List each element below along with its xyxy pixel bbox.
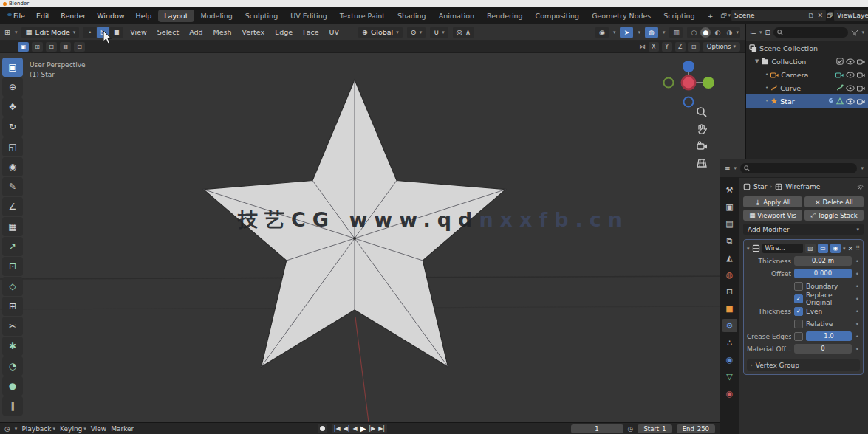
shading-chevron-icon[interactable]: ▾ — [736, 30, 739, 35]
tool-scale[interactable]: ◱ — [2, 137, 23, 156]
menu-face[interactable]: Face — [300, 28, 321, 36]
breadcrumb-modifier[interactable]: Wireframe — [785, 183, 820, 190]
even-checkbox[interactable]: ✓ — [794, 307, 803, 316]
outliner-row-curve[interactable]: • Curve — [746, 81, 868, 94]
tool-edge-slide[interactable]: ∥ — [2, 396, 23, 416]
menu-edit[interactable]: Edit — [31, 10, 55, 21]
workspace-tab-scripting[interactable]: Scripting — [657, 10, 700, 22]
play-button[interactable]: ▶ — [360, 424, 366, 433]
boundary-checkbox[interactable] — [794, 282, 803, 291]
viewport-vis-button[interactable]: ▦ Viewport Vis — [743, 210, 802, 221]
shading-wireframe-button[interactable]: ○ — [688, 27, 699, 38]
tab-view-layer[interactable]: ⧉ — [722, 234, 737, 247]
camera-view-icon[interactable] — [696, 140, 708, 152]
view-layer-selector[interactable]: ViewLayer 🗋 — [834, 10, 868, 21]
crease-edges-checkbox[interactable] — [794, 332, 803, 341]
hide-eye-icon[interactable] — [846, 58, 855, 65]
display-realtime-button[interactable]: ▭ — [818, 244, 828, 253]
workspace-tab-compositing[interactable]: Compositing — [530, 10, 586, 22]
menu-mesh[interactable]: Mesh — [211, 28, 235, 36]
apply-all-button[interactable]: ⭳ Apply All — [743, 196, 802, 207]
frame-end-field[interactable]: End 250 — [677, 424, 715, 433]
tab-data[interactable]: ▽ — [722, 370, 737, 383]
workspace-tab-geometry-nodes[interactable]: Geometry Nodes — [586, 10, 657, 22]
outliner-display-mode-icon[interactable]: ⊡ — [765, 29, 771, 36]
tool-poly-build[interactable]: ✱ — [2, 337, 23, 356]
animate-dot-icon[interactable]: • — [855, 270, 860, 278]
mirror-x-button[interactable]: X — [649, 42, 659, 52]
properties-search-input[interactable] — [740, 163, 857, 173]
jump-to-end-button[interactable]: ▶| — [378, 425, 385, 432]
tool-transform[interactable]: ◉ — [2, 157, 23, 176]
modifier-drag-handle-icon[interactable]: ⠿ — [855, 245, 860, 252]
visibility-chevron-icon[interactable]: ▾ — [613, 30, 616, 35]
outliner-row-collection[interactable]: ▼ Collection — [746, 55, 868, 68]
modifier-close-icon[interactable]: ✕ — [848, 245, 854, 252]
shading-solid-button[interactable]: ● — [700, 27, 711, 38]
vertex-group-section[interactable]: › Vertex Group — [747, 359, 860, 371]
select-subtract-button[interactable]: ⊟ — [46, 42, 57, 52]
workspace-tab-shading[interactable]: Shading — [392, 10, 432, 22]
workspace-tab-animation[interactable]: Animation — [433, 10, 480, 22]
expand-triangle-icon[interactable]: ▼ — [755, 58, 759, 64]
render-camera-icon[interactable] — [857, 98, 865, 105]
preview-range-icon[interactable]: ◷ — [628, 425, 634, 433]
animate-dot-icon[interactable]: • — [855, 333, 860, 340]
offset-field[interactable]: 0.000 — [794, 269, 852, 278]
animate-dot-icon[interactable]: • — [855, 345, 860, 353]
tool-rotate[interactable]: ↻ — [2, 117, 23, 137]
viewport-3d[interactable]: 技艺CG www.qdnxxfb.cn User Perspective (1)… — [0, 53, 745, 422]
show-gizmo-button[interactable]: ➤ — [620, 27, 633, 38]
scene-chevron-icon[interactable]: ▾ — [728, 13, 731, 18]
menu-keying[interactable]: Keying ▾ — [60, 425, 86, 433]
gizmo-z-neg-axis[interactable] — [684, 97, 694, 107]
animate-dot-icon[interactable]: • — [855, 258, 860, 265]
menu-window[interactable]: Window — [92, 10, 129, 21]
tool-measure[interactable]: ∠ — [2, 197, 23, 216]
filter-chevron-icon[interactable]: ▾ — [861, 30, 864, 35]
mode-dropdown[interactable]: ▦ Edit Mode ▾ — [21, 27, 79, 38]
snap-dropdown[interactable]: ∪ ▾ — [430, 27, 448, 38]
next-keyframe-button[interactable]: |▶ — [369, 425, 375, 432]
add-workspace-button[interactable]: + — [702, 10, 720, 22]
mesh-overlay-visibility-button[interactable]: ◉ — [595, 27, 609, 38]
workspace-tab-uv-editing[interactable]: UV Editing — [284, 10, 333, 22]
animate-dot-icon[interactable]: • — [855, 295, 860, 303]
show-overlays-button[interactable]: ◍ — [645, 27, 658, 38]
modifier-name-field[interactable]: Wire... — [762, 244, 804, 253]
scene-unlink-icon[interactable]: ✕ — [817, 12, 823, 19]
properties-editor-icon[interactable]: ≡ — [725, 165, 731, 172]
mirror-z-button[interactable]: Z — [675, 42, 686, 52]
outliner-editor-chevron-icon[interactable]: ▾ — [759, 30, 762, 35]
properties-options-chevron-icon[interactable]: ▾ — [861, 165, 864, 171]
hide-eye-icon[interactable] — [846, 85, 855, 92]
menu-add[interactable]: Add — [186, 28, 205, 36]
tab-scene[interactable]: ◭ — [722, 251, 737, 264]
tab-particles[interactable]: ∴ — [722, 336, 737, 349]
options-dropdown[interactable]: Options ▾ — [703, 42, 740, 52]
menu-edge[interactable]: Edge — [272, 28, 295, 36]
workspace-tab-sculpting[interactable]: Sculpting — [239, 10, 284, 22]
select-invert-button[interactable]: ⊠ — [60, 42, 71, 52]
breadcrumb-object[interactable]: Star — [753, 183, 767, 190]
star-center-vertex[interactable] — [353, 237, 356, 240]
auto-keying-button[interactable] — [318, 424, 327, 433]
pivot-point-dropdown[interactable]: ⊙ ▾ — [407, 27, 426, 38]
menu-marker[interactable]: Marker — [111, 425, 134, 433]
workspace-tab-rendering[interactable]: Rendering — [481, 10, 529, 22]
tool-smooth[interactable]: ● — [2, 376, 23, 396]
hide-eye-icon[interactable] — [846, 72, 855, 78]
display-editmode-button[interactable]: ▧ — [805, 244, 816, 253]
gizmo-y-axis[interactable] — [703, 77, 714, 89]
current-frame-field[interactable]: 1 — [571, 424, 623, 433]
scene-new-icon[interactable]: 🗋 — [807, 12, 814, 19]
replace-original-checkbox[interactable]: ✓ — [794, 294, 803, 303]
exclude-checkbox-icon[interactable] — [836, 58, 844, 65]
toggle-xray-button[interactable]: ▥ — [669, 27, 683, 38]
mirror-y-button[interactable]: Y — [662, 42, 672, 52]
tab-world[interactable]: ◍ — [722, 268, 737, 281]
overlays-chevron-icon[interactable]: ▾ — [663, 30, 666, 35]
tool-cursor[interactable]: ⊕ — [2, 78, 23, 97]
timeline-editor-chevron-icon[interactable]: ▾ — [15, 426, 18, 432]
render-camera-icon[interactable] — [857, 72, 865, 78]
